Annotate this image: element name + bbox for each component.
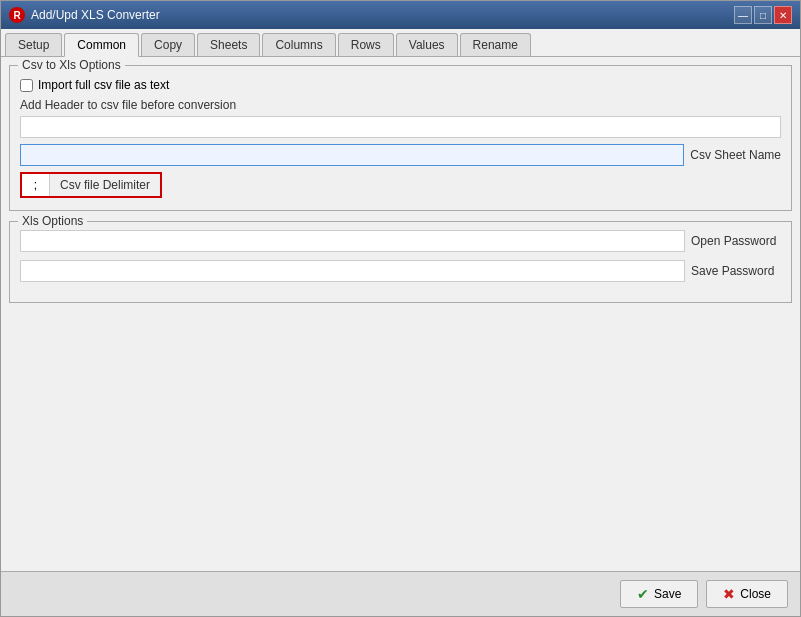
add-header-label: Add Header to csv file before conversion: [20, 98, 781, 112]
save-password-input[interactable]: [20, 260, 685, 282]
maximize-button[interactable]: □: [754, 6, 772, 24]
save-icon: ✔: [637, 586, 649, 602]
app-icon: R: [9, 7, 25, 23]
delimiter-value-display: ;: [22, 174, 50, 196]
tab-columns[interactable]: Columns: [262, 33, 335, 56]
import-checkbox-label: Import full csv file as text: [38, 78, 169, 92]
xls-group-title: Xls Options: [18, 214, 87, 228]
delimiter-button[interactable]: Csv file Delimiter: [50, 174, 160, 196]
tab-bar: Setup Common Copy Sheets Columns Rows Va…: [1, 29, 800, 57]
tab-common[interactable]: Common: [64, 33, 139, 57]
window-controls: — □ ✕: [734, 6, 792, 24]
csv-sheet-name-label: Csv Sheet Name: [690, 148, 781, 162]
open-password-input[interactable]: [20, 230, 685, 252]
csv-sheet-name-input[interactable]: [20, 144, 684, 166]
save-button[interactable]: ✔ Save: [620, 580, 698, 608]
window-title: Add/Upd XLS Converter: [31, 8, 734, 22]
tab-copy[interactable]: Copy: [141, 33, 195, 56]
csv-sheet-name-row: Csv Sheet Name: [20, 144, 781, 166]
tab-sheets[interactable]: Sheets: [197, 33, 260, 56]
main-content: Csv to Xls Options Import full csv file …: [1, 57, 800, 571]
tab-values[interactable]: Values: [396, 33, 458, 56]
main-window: R Add/Upd XLS Converter — □ ✕ Setup Comm…: [0, 0, 801, 617]
add-header-input[interactable]: [20, 116, 781, 138]
footer: ✔ Save ✖ Close: [1, 571, 800, 616]
open-password-row: Open Password: [20, 230, 781, 252]
import-full-csv-checkbox[interactable]: [20, 79, 33, 92]
close-window-button[interactable]: ✕: [774, 6, 792, 24]
csv-options-group: Csv to Xls Options Import full csv file …: [9, 65, 792, 211]
open-password-label: Open Password: [691, 234, 781, 248]
close-label: Close: [740, 587, 771, 601]
minimize-button[interactable]: —: [734, 6, 752, 24]
tab-setup[interactable]: Setup: [5, 33, 62, 56]
xls-options-group: Xls Options Open Password Save Password: [9, 221, 792, 303]
close-button[interactable]: ✖ Close: [706, 580, 788, 608]
delimiter-control: ; Csv file Delimiter: [20, 172, 162, 198]
save-password-row: Save Password: [20, 260, 781, 282]
close-icon: ✖: [723, 586, 735, 602]
csv-group-title: Csv to Xls Options: [18, 58, 125, 72]
delimiter-row: ; Csv file Delimiter: [20, 172, 781, 198]
import-checkbox-row: Import full csv file as text: [20, 78, 781, 92]
save-label: Save: [654, 587, 681, 601]
tab-rows[interactable]: Rows: [338, 33, 394, 56]
title-bar: R Add/Upd XLS Converter — □ ✕: [1, 1, 800, 29]
tab-rename[interactable]: Rename: [460, 33, 531, 56]
save-password-label: Save Password: [691, 264, 781, 278]
